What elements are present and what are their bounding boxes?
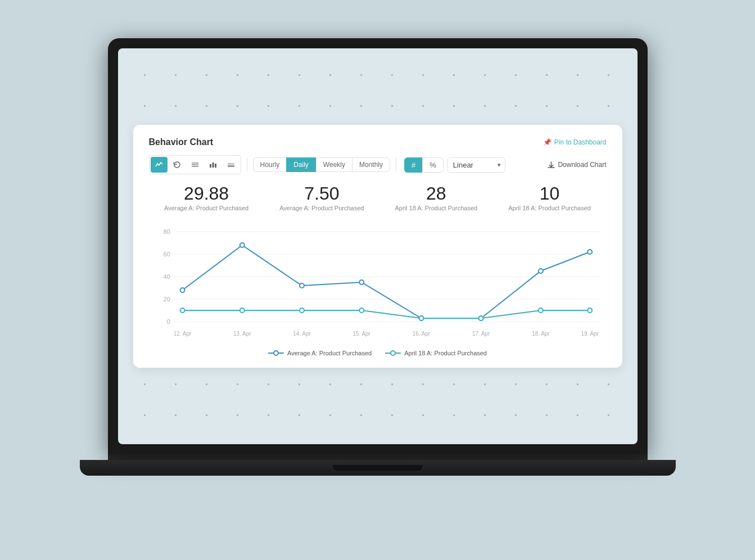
scale-select-wrap: Linear Logarithmic	[447, 157, 505, 173]
card-title: Behavior Chart	[149, 137, 214, 147]
series-1-dot-3	[359, 280, 364, 284]
svg-rect-3	[210, 164, 211, 168]
svg-text:0: 0	[166, 318, 170, 325]
laptop-base	[80, 460, 676, 476]
series-2-dot-7	[587, 308, 592, 313]
stat-item-1: 7.50 Average A: Product Purchased	[279, 184, 364, 211]
svg-text:80: 80	[163, 228, 170, 235]
legend-item-0: Average A: Product Purchased	[268, 350, 372, 356]
laptop-outer: Behavior Chart 📌 Pin to Dashboard	[102, 38, 653, 522]
pin-to-dashboard-button[interactable]: 📌 Pin to Dashboard	[543, 138, 607, 146]
stat-value-3: 10	[508, 184, 591, 202]
scale-select[interactable]: Linear Logarithmic	[447, 157, 505, 173]
download-chart-button[interactable]: Download Chart	[548, 161, 606, 169]
series-2-dot-3	[359, 308, 364, 313]
toolbar-separator-2	[396, 158, 396, 171]
stat-item-3: 10 April 18 A: Product Purchased	[508, 184, 591, 211]
legend-line-1-icon	[385, 350, 401, 356]
legend-label-1: April 18 A: Product Purchased	[404, 350, 487, 356]
svg-text:18. Apr: 18. Apr	[532, 331, 550, 337]
series-1-dot-7	[587, 250, 592, 254]
chart-area: 80 60 40 20 0 12. Apr 13. Apr 14. Apr 15…	[149, 220, 607, 344]
svg-text:20: 20	[163, 296, 170, 302]
monthly-button[interactable]: Monthly	[352, 157, 390, 172]
stat-label-2: April 18 A: Product Purchased	[395, 205, 477, 211]
svg-text:19. Apr: 19. Apr	[581, 331, 599, 337]
stats-row: 29.88 Average A: Product Purchased 7.50 …	[149, 184, 607, 211]
series-1-dot-0	[180, 288, 184, 292]
legend-item-1: April 18 A: Product Purchased	[385, 350, 487, 356]
time-period-group: Hourly Daily Weekly Monthly	[253, 157, 391, 172]
svg-text:14. Apr: 14. Apr	[293, 331, 311, 337]
series-2-dot-2	[300, 308, 304, 313]
bar-chart-button[interactable]	[205, 157, 221, 173]
refresh-button[interactable]	[169, 157, 186, 173]
chart-toolbar: Hourly Daily Weekly Monthly # % L	[149, 155, 607, 174]
legend-label-0: Average A: Product Purchased	[287, 350, 372, 356]
svg-rect-5	[215, 164, 216, 168]
series-2-dot-5	[478, 316, 483, 320]
percent-format-button[interactable]: %	[422, 157, 444, 173]
card-header: Behavior Chart 📌 Pin to Dashboard	[149, 137, 607, 147]
svg-rect-4	[212, 162, 214, 168]
chart-svg: 80 60 40 20 0 12. Apr 13. Apr 14. Apr 15…	[149, 220, 607, 344]
daily-button[interactable]: Daily	[286, 157, 316, 172]
download-label: Download Chart	[558, 161, 606, 169]
series-2-dot-4	[419, 316, 423, 320]
svg-text:16. Apr: 16. Apr	[412, 331, 430, 337]
pin-icon: 📌	[543, 138, 551, 146]
series-2-dot-6	[538, 308, 542, 313]
stat-item-2: 28 April 18 A: Product Purchased	[395, 184, 477, 211]
series-1-dot-2	[300, 283, 304, 288]
stat-item-0: 29.88 Average A: Product Purchased	[164, 184, 248, 211]
behavior-chart-card: Behavior Chart 📌 Pin to Dashboard	[133, 125, 622, 368]
chart-type-group	[149, 155, 241, 174]
format-group: # %	[404, 157, 444, 173]
stat-label-3: April 18 A: Product Purchased	[508, 205, 591, 211]
series-2-dot-0	[180, 308, 184, 313]
laptop-hinge	[108, 454, 648, 460]
svg-text:13. Apr: 13. Apr	[233, 331, 251, 337]
table-view-button[interactable]	[187, 157, 204, 173]
toolbar-separator-1	[247, 158, 247, 171]
svg-text:40: 40	[163, 273, 170, 280]
hash-format-button[interactable]: #	[404, 157, 422, 173]
stat-value-2: 28	[395, 184, 477, 202]
hourly-button[interactable]: Hourly	[253, 157, 287, 172]
legend-line-0-icon	[268, 350, 284, 356]
pin-label: Pin to Dashboard	[554, 138, 607, 146]
laptop-bezel: Behavior Chart 📌 Pin to Dashboard	[108, 38, 648, 454]
stat-value-0: 29.88	[164, 184, 248, 202]
stat-label-0: Average A: Product Purchased	[164, 205, 248, 211]
svg-text:17. Apr: 17. Apr	[472, 331, 490, 337]
series-1-dot-1	[239, 243, 244, 247]
chart-legend: Average A: Product Purchased April 18 A:…	[149, 350, 607, 356]
series-1-line	[182, 245, 590, 318]
laptop-screen: Behavior Chart 📌 Pin to Dashboard	[118, 48, 638, 444]
svg-point-27	[274, 351, 278, 355]
svg-rect-6	[228, 165, 234, 167]
line-chart-button[interactable]	[151, 157, 168, 173]
svg-text:12. Apr: 12. Apr	[173, 331, 191, 337]
svg-text:15. Apr: 15. Apr	[352, 331, 370, 337]
stat-label-1: Average A: Product Purchased	[279, 205, 364, 211]
svg-rect-7	[228, 163, 234, 165]
series-1-dot-6	[538, 269, 542, 273]
series-2-dot-1	[239, 308, 244, 313]
svg-point-29	[391, 351, 395, 355]
weekly-button[interactable]: Weekly	[316, 157, 352, 172]
stat-value-1: 7.50	[279, 184, 364, 202]
svg-text:60: 60	[163, 251, 170, 258]
stacked-chart-button[interactable]	[223, 157, 239, 173]
